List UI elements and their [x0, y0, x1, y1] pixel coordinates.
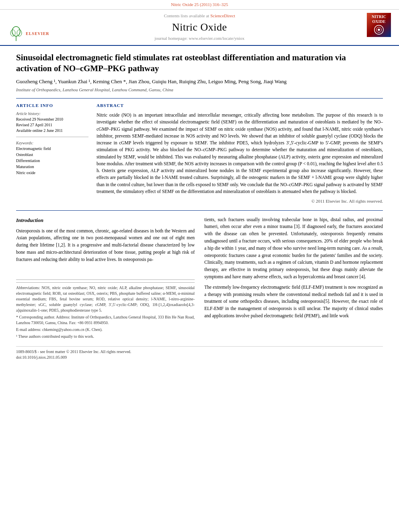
- authors-text: Guozheng Cheng ¹, Yuankun Zhai ¹, Keming…: [16, 78, 287, 84]
- footnote-email: E-mail address: chkeming@yahoo.com.cn (K…: [16, 327, 195, 333]
- history-block: Article history: Received 29 November 20…: [16, 111, 88, 134]
- journal-logo-box: NITRIC OXIDE: [367, 13, 391, 37]
- authors: Guozheng Cheng ¹, Yuankun Zhai ¹, Keming…: [16, 78, 383, 85]
- two-col-body: Introduction Osteoporosis is one of the …: [16, 216, 383, 341]
- abstract-text: Nitric oxide (NO) is an important intrac…: [97, 112, 383, 195]
- footnote-area-wrapper: Abbreviations: NOS, nitric oxide synthas…: [16, 279, 195, 339]
- article-info-title: ARTICLE INFO: [16, 103, 88, 109]
- journal-banner: ELSEVIER Contents lists available at Sci…: [0, 10, 399, 45]
- abstract-title: ABSTRACT: [97, 103, 383, 109]
- available-date: Available online 2 June 2011: [16, 128, 88, 134]
- svg-point-7: [378, 29, 380, 31]
- main-content: Sinusoidal electromagnetic field stimula…: [0, 46, 399, 368]
- copyright: © 2011 Elsevier Inc. All rights reserved…: [97, 198, 383, 204]
- article-info-panel: ARTICLE INFO Article history: Received 2…: [16, 103, 88, 205]
- footnote-area: Abbreviations: NOS, nitric oxide synthas…: [16, 282, 195, 339]
- elsevier-logo: ELSEVIER: [8, 26, 40, 42]
- intro-heading: Introduction: [16, 216, 195, 224]
- elsevier-tree-icon: [8, 26, 24, 42]
- sciencedirect-link[interactable]: ScienceDirect: [210, 13, 235, 18]
- intro-para3: The extremely low-frequency electromagne…: [204, 284, 383, 320]
- intro-para2: tients, such fractures usually involving…: [204, 216, 383, 281]
- keyword-1: Electromagnetic field: [16, 146, 88, 152]
- info-divider: [16, 137, 88, 137]
- sciencedirect-label: Contents lists available at ScienceDirec…: [8, 13, 391, 19]
- section-divider: [16, 210, 383, 211]
- bottom-info: 1089-8603/$ - see front matter © 2011 El…: [16, 346, 383, 360]
- keywords-label: Keywords:: [16, 140, 88, 146]
- footnote-abbreviations: Abbreviations: NOS, nitric oxide synthas…: [16, 285, 195, 313]
- journal-logo-icon: [371, 24, 387, 35]
- footnote-corresponding: * Corresponding author. Address: Institu…: [16, 314, 195, 326]
- col-left: Introduction Osteoporosis is one of the …: [16, 216, 195, 341]
- col-right: tients, such fractures usually involving…: [204, 216, 383, 341]
- issn-line: 1089-8603/$ - see front matter © 2011 El…: [16, 349, 383, 355]
- elsevier-wordmark: ELSEVIER: [26, 31, 49, 37]
- revised-date: Revised 27 April 2011: [16, 122, 88, 128]
- article-body: ARTICLE INFO Article history: Received 2…: [16, 98, 383, 205]
- affiliation: Institute of Orthopaedics, Lanzhou Gener…: [16, 87, 383, 93]
- footnote-rule: [16, 279, 195, 280]
- intro-para1: Osteoporosis is one of the most common, …: [16, 228, 195, 263]
- received-date: Received 29 November 2010: [16, 117, 88, 122]
- journal-citation: Nitric Oxide 25 (2011) 316–325: [171, 2, 228, 7]
- journal-top-bar: Nitric Oxide 25 (2011) 316–325: [0, 0, 399, 10]
- keywords-list: Electromagnetic field Osteoblast Differe…: [16, 146, 88, 176]
- doi-line: doi:10.1016/j.niox.2011.05.009: [16, 355, 383, 360]
- journal-logo-text: NITRIC OXIDE: [372, 14, 386, 24]
- history-label: Article history:: [16, 111, 88, 117]
- journal-homepage: journal homepage: www.elsevier.com/locat…: [8, 35, 391, 41]
- keyword-3: Differentiation: [16, 158, 88, 164]
- keywords-block: Keywords: Electromagnetic field Osteobla…: [16, 140, 88, 176]
- footnote-equal-contrib: ¹ These authors contributed equally to t…: [16, 334, 195, 339]
- abstract-section: ABSTRACT Nitric oxide (NO) is an importa…: [97, 103, 383, 205]
- keyword-2: Osteoblast: [16, 152, 88, 158]
- keyword-5: Nitric oxide: [16, 170, 88, 176]
- article-title: Sinusoidal electromagnetic field stimula…: [16, 52, 383, 74]
- journal-banner-center: Contents lists available at ScienceDirec…: [8, 13, 391, 41]
- journal-title: Nitric Oxide: [8, 20, 391, 35]
- keyword-4: Maturation: [16, 164, 88, 170]
